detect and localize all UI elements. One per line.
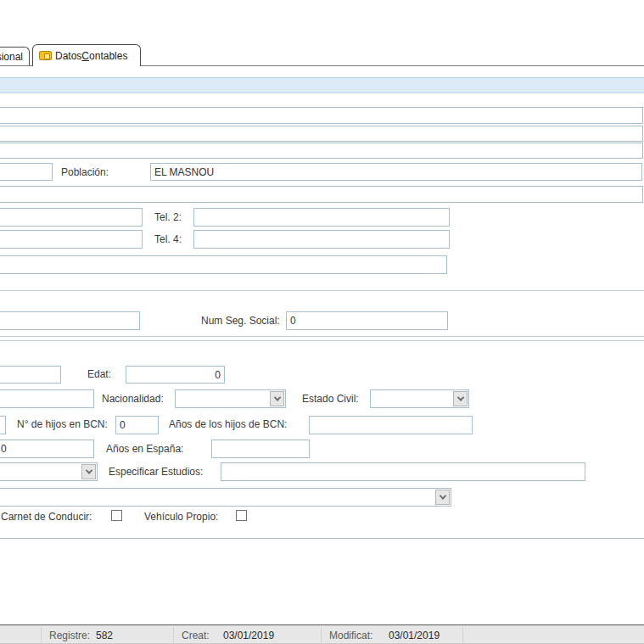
separator-line-4 — [0, 538, 644, 539]
wide-input-5[interactable] — [0, 255, 447, 274]
edat-label: Edat: — [87, 368, 111, 380]
tel2-input[interactable] — [193, 208, 450, 227]
hijos-bcn-input[interactable] — [115, 416, 159, 434]
especificar-estudios-label: Especificar Estudios: — [109, 466, 203, 478]
tab-profesional-partial[interactable]: sional — [0, 47, 30, 65]
hijos-bcn-label: N° de hijos en BCN: — [17, 418, 108, 430]
nacionalidad-left-input[interactable] — [0, 389, 94, 408]
vehiculo-propio-label: Vehículo Propio: — [144, 511, 218, 523]
postal-code-input[interactable] — [0, 163, 53, 181]
status-divider — [173, 627, 174, 643]
chevron-down-icon[interactable] — [270, 391, 284, 406]
anos-espana-label: Años en España: — [106, 443, 183, 455]
wide-input-3[interactable] — [0, 143, 643, 159]
tab-label: sional — [0, 51, 23, 63]
num-seg-social-label: Num Seg. Social: — [201, 315, 280, 327]
status-bar: Registre: 582 Creat: 03/01/2019 Modifica… — [0, 624, 644, 644]
modificat-label: Modificat: — [329, 630, 372, 641]
registre-label: Registre: — [49, 630, 90, 641]
wide-input-2[interactable] — [0, 126, 643, 142]
carnet-conducir-checkbox[interactable] — [111, 510, 122, 521]
tel2-label: Tel. 2: — [154, 211, 182, 223]
anos-hijos-label: Años de los hijos de BCN: — [169, 418, 287, 430]
wallet-icon — [39, 51, 52, 60]
status-divider — [321, 627, 322, 643]
tab-label-pre: Datos — [55, 50, 81, 62]
wide-combo[interactable] — [0, 488, 451, 507]
carnet-conducir-label: Carnet de Conducir: — [1, 511, 92, 523]
chevron-down-icon[interactable] — [453, 391, 468, 406]
status-divider — [41, 627, 42, 643]
edat-left-input[interactable] — [0, 366, 61, 384]
anos-hijos-input[interactable] — [309, 416, 473, 434]
numseg-left-input[interactable] — [0, 311, 140, 330]
estado-civil-label: Estado Civil: — [302, 393, 359, 405]
nacionalidad-label: Nacionalidad: — [102, 393, 164, 405]
estudios-combo[interactable] — [0, 462, 98, 481]
creat-label: Creat: — [182, 630, 210, 641]
especificar-estudios-input[interactable] — [221, 462, 585, 481]
espana-left-input[interactable] — [0, 440, 94, 458]
section-highlight-band — [0, 77, 644, 93]
poblacion-label: Población: — [61, 166, 109, 178]
tab-datos-contables[interactable]: Datos Contables — [32, 44, 141, 66]
chevron-down-icon[interactable] — [81, 464, 96, 479]
wide-input-1[interactable] — [0, 107, 643, 124]
nacionalidad-combo[interactable] — [175, 389, 286, 408]
creat-value: 03/01/2019 — [223, 630, 274, 641]
wide-input-4[interactable] — [0, 186, 643, 203]
poblacion-input[interactable] — [150, 163, 642, 181]
form-window: sional Datos Contables Población: Tel. 2… — [0, 0, 644, 644]
separator-line-2 — [0, 336, 644, 337]
separator-line-3 — [0, 340, 644, 341]
tab-label-accelerator: C — [81, 50, 89, 62]
separator-line-1 — [0, 290, 644, 291]
estado-civil-combo[interactable] — [370, 389, 469, 408]
tel-left-input-2[interactable] — [0, 230, 143, 249]
tab-label-post: ontables — [89, 50, 127, 62]
vehiculo-propio-checkbox[interactable] — [236, 510, 247, 521]
tel4-input[interactable] — [193, 230, 450, 249]
edat-input[interactable] — [126, 366, 225, 384]
cropped-left-input[interactable] — [0, 416, 6, 434]
modificat-value: 03/01/2019 — [389, 630, 440, 641]
tel4-label: Tel. 4: — [154, 233, 182, 245]
num-seg-social-input[interactable] — [286, 311, 448, 330]
registre-value: 582 — [96, 630, 113, 641]
chevron-down-icon[interactable] — [435, 490, 450, 505]
anos-espana-input[interactable] — [211, 440, 310, 458]
status-divider — [462, 627, 463, 643]
tel-left-input-1[interactable] — [0, 208, 143, 227]
